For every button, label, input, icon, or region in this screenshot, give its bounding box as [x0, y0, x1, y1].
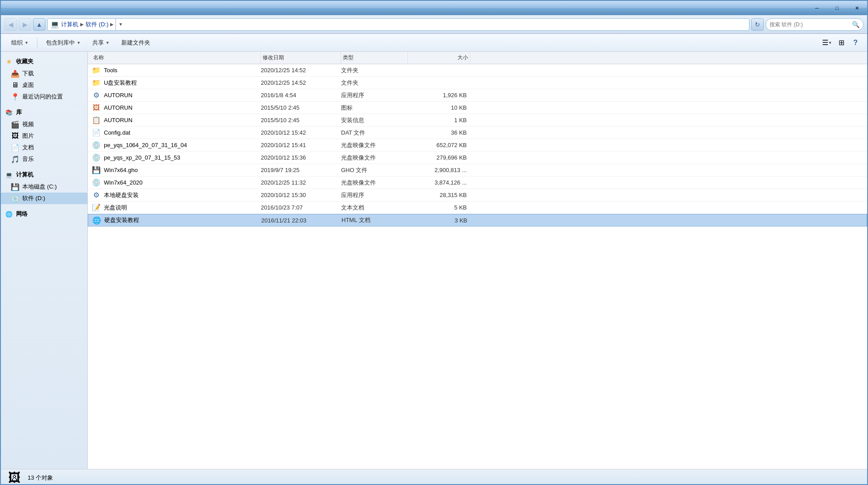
file-type-1: 文件夹: [341, 79, 408, 87]
network-section: 🌐 网络: [1, 208, 87, 220]
back-icon: ◀: [8, 21, 13, 28]
computer-icon: 💻: [50, 20, 59, 29]
search-box[interactable]: 🔍: [765, 18, 864, 31]
minimize-button[interactable]: ─: [807, 1, 827, 15]
share-dropdown-icon: ▼: [106, 41, 110, 45]
help-button[interactable]: ?: [849, 37, 862, 49]
music-icon: 🎵: [11, 155, 20, 164]
sidebar: ★ 收藏夹 📥 下载 🖥 桌面 📍 最近访问的位置: [1, 52, 88, 469]
file-row[interactable]: 💿 Win7x64_2020 2020/12/25 11:32 光盘映像文件 3…: [88, 177, 867, 189]
address-box[interactable]: 💻 计算机 ▶ 软件 (D:) ▶ ▼: [47, 18, 749, 31]
file-row[interactable]: 🖼 AUTORUN 2015/5/10 2:45 图标 10 KB: [88, 102, 867, 114]
sidebar-item-pictures[interactable]: 🖼 图片: [1, 130, 87, 142]
file-row[interactable]: 💿 pe_yqs_1064_20_07_31_16_04 2020/10/12 …: [88, 139, 867, 152]
include-label: 包含到库中: [46, 39, 75, 47]
pictures-icon: 🖼: [11, 132, 20, 140]
toolbar-sep-1: [37, 37, 37, 48]
file-row[interactable]: 📁 U盘安装教程 2020/12/25 14:52 文件夹: [88, 77, 867, 89]
file-name-1: 📁 U盘安装教程: [91, 78, 261, 88]
file-type-10: 应用程序: [341, 191, 408, 199]
file-date-2: 2016/1/8 4:54: [261, 92, 341, 99]
file-name-8: 💾 Win7x64.gho: [91, 165, 261, 175]
file-name-0: 📁 Tools: [91, 66, 261, 75]
file-name-3: 🖼 AUTORUN: [91, 103, 261, 113]
search-input[interactable]: [769, 21, 850, 28]
file-icon-8: 💾: [91, 165, 101, 175]
up-button[interactable]: ▲: [33, 18, 45, 31]
include-library-button[interactable]: 包含到库中 ▼: [41, 36, 86, 50]
network-icon: 🌐: [4, 210, 13, 218]
view-toggle-button[interactable]: ⊞: [835, 37, 847, 49]
sidebar-item-documents[interactable]: 📄 文档: [1, 142, 87, 153]
toolbar-right: ☰ ▼ ⊞ ?: [821, 37, 862, 49]
computer-group[interactable]: 💻 计算机: [1, 169, 87, 181]
favorites-section: ★ 收藏夹 📥 下载 🖥 桌面 📍 最近访问的位置: [1, 55, 87, 103]
file-size-10: 28,315 KB: [408, 192, 470, 198]
col-header-name[interactable]: 名称: [91, 52, 261, 64]
file-icon-6: 💿: [91, 140, 101, 150]
address-dropdown-btn[interactable]: ▼: [115, 19, 125, 30]
path-computer[interactable]: 计算机: [61, 21, 78, 29]
file-row[interactable]: 📝 光盘说明 2016/10/23 7:07 文本文档 5 KB: [88, 201, 867, 214]
computer-sidebar-icon: 💻: [4, 170, 13, 179]
file-date-11: 2016/10/23 7:07: [261, 204, 341, 211]
file-icon-10: ⚙: [91, 190, 101, 200]
sidebar-item-downloads[interactable]: 📥 下载: [1, 68, 87, 79]
file-icon-11: 📝: [91, 203, 101, 213]
new-folder-label: 新建文件夹: [121, 39, 150, 47]
file-type-3: 图标: [341, 104, 408, 112]
sidebar-item-local-c[interactable]: 💾 本地磁盘 (C:): [1, 181, 87, 193]
file-row[interactable]: 💿 pe_yqs_xp_20_07_31_15_53 2020/10/12 15…: [88, 152, 867, 164]
path-sep-2: ▶: [110, 22, 114, 27]
file-row[interactable]: 📁 Tools 2020/12/25 14:52 文件夹: [88, 64, 867, 77]
downloads-icon: 📥: [11, 69, 20, 78]
pictures-label: 图片: [22, 132, 34, 140]
forward-button[interactable]: ▶: [19, 18, 31, 31]
statusbar: 🖼 13 个对象: [1, 469, 867, 485]
file-icon-3: 🖼: [91, 103, 101, 113]
file-row[interactable]: 🌐 硬盘安装教程 2016/11/21 22:03 HTML 文档 3 KB: [88, 214, 867, 226]
computer-label: 计算机: [16, 171, 33, 179]
file-type-11: 文本文档: [341, 204, 408, 212]
new-folder-button[interactable]: 新建文件夹: [116, 36, 155, 50]
refresh-button[interactable]: ↻: [751, 18, 764, 31]
col-header-date[interactable]: 修改日期: [261, 52, 341, 64]
file-size-11: 5 KB: [408, 204, 470, 211]
file-name-7: 💿 pe_yqs_xp_20_07_31_15_53: [91, 153, 261, 163]
file-row[interactable]: ⚙ 本地硬盘安装 2020/10/12 15:30 应用程序 28,315 KB: [88, 189, 867, 201]
file-icon-2: ⚙: [91, 90, 101, 100]
file-row[interactable]: 📄 Config.dat 2020/10/12 15:42 DAT 文件 36 …: [88, 127, 867, 139]
desktop-label: 桌面: [22, 81, 34, 89]
col-header-size[interactable]: 大小: [408, 52, 470, 64]
network-group[interactable]: 🌐 网络: [1, 208, 87, 220]
file-icon-12: 🌐: [92, 215, 102, 225]
col-header-type[interactable]: 类型: [341, 52, 408, 64]
up-icon: ▲: [36, 21, 42, 28]
recent-label: 最近访问的位置: [22, 93, 63, 101]
file-icon-7: 💿: [91, 153, 101, 163]
video-label: 视频: [22, 120, 34, 128]
sidebar-item-music[interactable]: 🎵 音乐: [1, 153, 87, 165]
library-group[interactable]: 📚 库: [1, 106, 87, 119]
sidebar-item-recent[interactable]: 📍 最近访问的位置: [1, 91, 87, 103]
view-dropdown-arrow: ▼: [828, 41, 832, 45]
back-button[interactable]: ◀: [4, 18, 17, 31]
path-software-d[interactable]: 软件 (D:): [86, 21, 108, 29]
file-row[interactable]: 📋 AUTORUN 2015/5/10 2:45 安装信息 1 KB: [88, 114, 867, 127]
sidebar-item-video[interactable]: 🎬 视频: [1, 119, 87, 130]
favorites-group[interactable]: ★ 收藏夹: [1, 55, 87, 68]
sidebar-item-desktop[interactable]: 🖥 桌面: [1, 79, 87, 91]
view-dropdown-button[interactable]: ☰ ▼: [821, 37, 833, 49]
sidebar-item-software-d[interactable]: 💿 软件 (D:): [1, 193, 87, 204]
local-c-icon: 💾: [11, 182, 20, 191]
include-dropdown-icon: ▼: [77, 41, 81, 45]
file-row[interactable]: 💾 Win7x64.gho 2019/9/7 19:25 GHO 文件 2,90…: [88, 164, 867, 177]
file-row[interactable]: ⚙ AUTORUN 2016/1/8 4:54 应用程序 1,926 KB: [88, 89, 867, 102]
software-d-label: 软件 (D:): [22, 194, 45, 202]
maximize-button[interactable]: □: [827, 1, 847, 15]
file-date-7: 2020/10/12 15:36: [261, 154, 341, 161]
organize-button[interactable]: 组织 ▼: [6, 36, 33, 50]
close-button[interactable]: ✕: [847, 1, 867, 15]
addressbar: ◀ ▶ ▲ 💻 计算机 ▶ 软件 (D:) ▶ ▼ ↻ 🔍: [1, 15, 867, 34]
share-button[interactable]: 共享 ▼: [87, 36, 115, 50]
